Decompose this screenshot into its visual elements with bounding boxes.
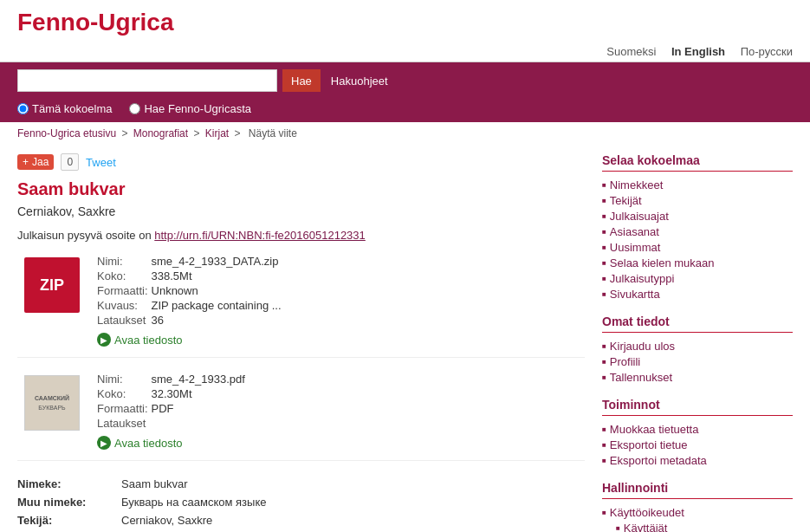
file-format-value: Unknown (152, 283, 285, 298)
sidebar-item-eksportoi-tietue: Eksportoi tietue (602, 438, 793, 451)
link-uusimmat[interactable]: Uusimmat (610, 241, 661, 254)
meta-tekija: Tekijä: Cerniakov, Saxkre (17, 511, 585, 529)
meta-tekija-key: Tekijä: (17, 511, 121, 529)
file-size-row: Koko: 338.5Mt (97, 269, 285, 283)
pdf-name-value: sme_4-2_1933.pdf (152, 372, 249, 386)
radio-bar: Tämä kokoelma Hae Fenno-Ugricasta (0, 99, 810, 122)
file-thumb-pdf: СААМСКИЙ БУКВАРЬ (17, 372, 87, 450)
sidebar-item-eksportoi-metadata: Eksportoi metadata (602, 454, 793, 467)
link-kirjaudu[interactable]: Kirjaudu ulos (610, 340, 675, 353)
lang-russian[interactable]: По-русски (741, 45, 793, 58)
file-table-pdf: Nimi: sme_4-2_1933.pdf Koko: 32.30Mt For… (97, 372, 249, 431)
pdf-thumbnail: СААМСКИЙ БУКВАРЬ (24, 375, 80, 431)
breadcrumb-home[interactable]: Fenno-Ugrica etusivu (17, 127, 116, 139)
file-desc-row: Kuvaus: ZIP package containing ... (97, 298, 285, 313)
sidebar-admin-title: Hallinnointi (602, 481, 793, 499)
link-profiili[interactable]: Profiili (610, 355, 640, 368)
lang-english[interactable]: In English (671, 45, 725, 58)
link-tekijat[interactable]: Tekijät (610, 194, 642, 207)
pdf-name-row: Nimi: sme_4-2_1933.pdf (97, 372, 249, 386)
file-downloads-value: 36 (152, 313, 285, 328)
radio-all-collections-input[interactable] (129, 103, 140, 114)
pdf-format-label: Formaatti: (97, 401, 152, 416)
meta-muu-nimeke-key: Muu nimeke: (17, 493, 121, 511)
link-kayttajat[interactable]: Käyttäjät (624, 522, 668, 532)
breadcrumb-current: Näytä viite (249, 127, 297, 139)
link-sivukartta[interactable]: Sivukartta (610, 288, 660, 301)
pdf-format-value: PDF (152, 401, 249, 416)
file-details-zip: Nimi: sme_4-2_1933_DATA.zip Koko: 338.5M… (97, 254, 585, 347)
zip-icon: ZIP (24, 257, 80, 313)
link-nimekkeet[interactable]: Nimekkeet (610, 178, 663, 191)
sidebar-profile-list: Kirjaudu ulos Profiili Tallennukset (602, 340, 793, 384)
sidebar-item-uusimmat: Uusimmat (602, 241, 793, 254)
file-downloads-label: Lataukset (97, 313, 152, 328)
sidebar-item-nimekkeet: Nimekkeet (602, 178, 793, 191)
sidebar-actions-title: Toiminnot (602, 398, 793, 416)
sidebar-item-kayttooikeudet: Käyttöoikeudet (602, 506, 793, 519)
sidebar-admin-list: Käyttöoikeudet (602, 506, 793, 519)
pdf-downloads-row: Lataukset (97, 416, 249, 431)
file-downloads-row: Lataukset 36 (97, 313, 285, 328)
item-author: Cerniakov, Saxkre (17, 204, 585, 218)
meta-muu-nimeke-value: Букварь на саамском языке (121, 493, 585, 511)
link-kieli[interactable]: Selaa kielen mukaan (610, 256, 715, 269)
sidebar-item-kayttajat: Käyttäjät (616, 522, 793, 532)
sidebar-actions-list: Muokkaa tietuetta Eksportoi tietue Ekspo… (602, 423, 793, 467)
file-item-zip: ZIP Nimi: sme_4-2_1933_DATA.zip Koko: 33… (17, 254, 585, 358)
social-bar: + Jaa 0 Tweet (17, 153, 585, 171)
gplus-button[interactable]: + Jaa (17, 154, 54, 170)
file-desc-label: Kuvaus: (97, 298, 152, 313)
open-icon-zip: ▶ (97, 333, 111, 347)
pdf-downloads-label: Lataukset (97, 416, 152, 431)
open-file-link-zip[interactable]: ▶ Avaa tiedosto (97, 333, 585, 347)
link-julkaisutyppi[interactable]: Julkaisutyppi (610, 272, 674, 285)
link-eksportoi-tietue[interactable]: Eksportoi tietue (610, 438, 688, 451)
main-layout: + Jaa 0 Tweet Saam bukvar Cerniakov, Sax… (0, 145, 810, 532)
breadcrumb-monografiat[interactable]: Monografiat (133, 127, 188, 139)
meta-tekija-value: Cerniakov, Saxkre (121, 511, 585, 529)
file-name-label: Nimi: (97, 254, 152, 269)
meta-nimeke: Nimeke: Saam bukvar (17, 475, 585, 493)
sidebar-section-profile: Omat tiedot Kirjaudu ulos Profiili Talle… (602, 315, 793, 384)
breadcrumb-kirjat[interactable]: Kirjat (205, 127, 229, 139)
meta-nimeke-value: Saam bukvar (121, 475, 585, 493)
pdf-format-row: Formaatti: PDF (97, 401, 249, 416)
search-bar: Hae Hakuohjeet (0, 62, 810, 99)
meta-nimeke-key: Nimeke: (17, 475, 121, 493)
link-kayttooikeudet[interactable]: Käyttöoikeudet (610, 506, 684, 519)
sidebar-profile-title: Omat tiedot (602, 315, 793, 333)
file-details-pdf: Nimi: sme_4-2_1933.pdf Koko: 32.30Mt For… (97, 372, 585, 450)
sidebar-item-tallennukset: Tallennukset (602, 371, 793, 384)
file-table-zip: Nimi: sme_4-2_1933_DATA.zip Koko: 338.5M… (97, 254, 285, 328)
pdf-size-row: Koko: 32.30Mt (97, 386, 249, 401)
tweet-button[interactable]: Tweet (86, 156, 116, 169)
sidebar-section-admin: Hallinnointi Käyttöoikeudet Käyttäjät Ry… (602, 481, 793, 532)
open-file-link-pdf[interactable]: ▶ Avaa tiedosto (97, 436, 585, 450)
pdf-size-label: Koko: (97, 386, 152, 401)
sidebar-section-actions: Toiminnot Muokkaa tietuetta Eksportoi ti… (602, 398, 793, 467)
radio-this-collection-input[interactable] (17, 103, 29, 114)
radio-all-collections[interactable]: Hae Fenno-Ugricasta (129, 102, 251, 115)
search-input[interactable] (17, 69, 277, 92)
sidebar: Selaa kokoelmaa Nimekkeet Tekijät Julkai… (602, 153, 793, 532)
sidebar-admin-sublist: Käyttäjät Ryhmät (602, 522, 793, 532)
file-format-row: Formaatti: Unknown (97, 283, 285, 298)
link-julkaisuajat[interactable]: Julkaisuajat (610, 210, 669, 223)
search-button[interactable]: Hae (282, 69, 321, 92)
sidebar-item-profiili: Profiili (602, 355, 793, 368)
sidebar-item-kirjaudu: Kirjaudu ulos (602, 340, 793, 353)
permalink-url[interactable]: http://urn.fi/URN:NBN:fi-fe2016051212331 (154, 229, 366, 242)
lang-suomeksi[interactable]: Suomeksi (606, 45, 656, 58)
open-icon-pdf: ▶ (97, 436, 111, 450)
link-muokkaa[interactable]: Muokkaa tietuetta (610, 423, 699, 436)
link-tallennukset[interactable]: Tallennukset (610, 371, 672, 384)
sidebar-item-muokkaa: Muokkaa tietuetta (602, 423, 793, 436)
sidebar-item-julkaisuajat: Julkaisuajat (602, 210, 793, 223)
link-eksportoi-metadata[interactable]: Eksportoi metadata (610, 454, 707, 467)
open-file-label-zip: Avaa tiedosto (114, 334, 183, 347)
search-help-link[interactable]: Hakuohjeet (331, 75, 388, 88)
link-asiasanat[interactable]: Asiasanat (610, 225, 659, 238)
open-file-label-pdf: Avaa tiedosto (114, 437, 183, 450)
radio-this-collection[interactable]: Tämä kokoelma (17, 102, 112, 115)
